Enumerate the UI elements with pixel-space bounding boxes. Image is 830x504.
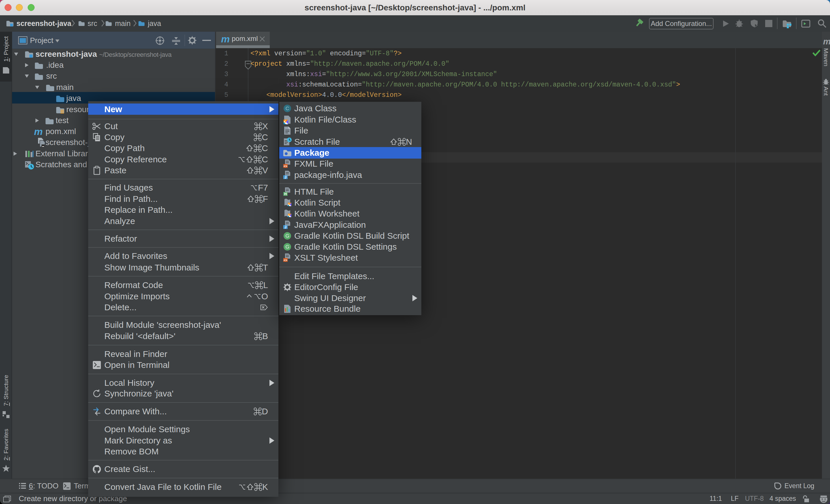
svg-text:G: G [285,244,289,250]
svg-text:C: C [286,106,289,111]
svg-text:G: G [285,233,289,239]
svg-text:J: J [284,175,286,179]
svg-text:J: J [284,225,286,229]
svg-text:<>: <> [284,164,287,168]
svg-text:H: H [284,192,287,196]
svg-text:<>: <> [284,258,287,261]
